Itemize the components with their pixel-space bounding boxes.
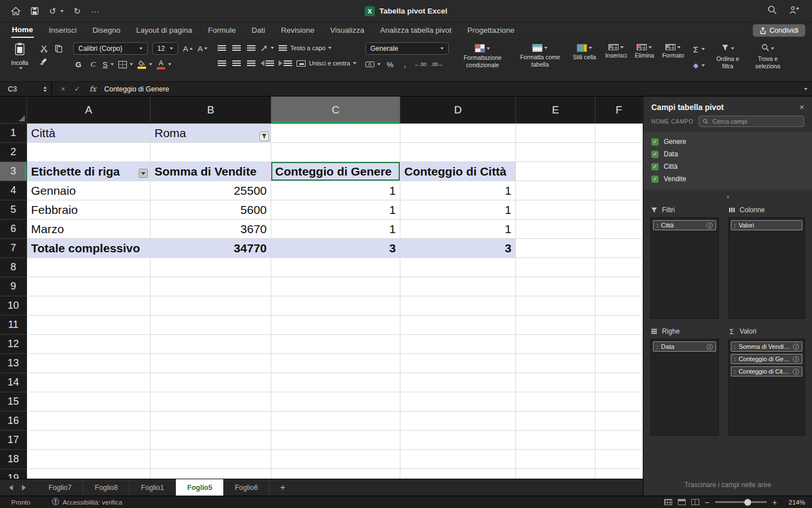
cell-B5[interactable]: 5600 — [151, 200, 271, 220]
cell-F19[interactable] — [595, 469, 643, 479]
cell-B3[interactable]: Somma di Vendite — [151, 162, 271, 181]
cell-B17[interactable] — [151, 431, 271, 450]
cell-F15[interactable] — [595, 392, 643, 411]
fx-icon[interactable]: fx — [90, 85, 96, 93]
tab-progettazione[interactable]: Progettazione — [467, 24, 515, 37]
cell-D14[interactable] — [400, 373, 516, 392]
cell-D3[interactable]: Conteggio di Città — [400, 162, 516, 181]
cell-D13[interactable] — [400, 354, 516, 373]
cell-B2[interactable] — [151, 143, 271, 162]
cell-B4[interactable]: 25500 — [151, 181, 271, 200]
row-header-11[interactable]: 11 — [0, 316, 27, 335]
info-icon[interactable]: i — [707, 222, 713, 229]
cell-C17[interactable] — [271, 431, 400, 450]
row-header-17[interactable]: 17 — [0, 431, 27, 450]
cell-D16[interactable] — [400, 411, 516, 431]
cell-D2[interactable] — [400, 143, 516, 162]
row-header-6[interactable]: 6 — [0, 220, 27, 239]
align-top-icon[interactable] — [217, 42, 227, 54]
cell-B1[interactable]: Roma — [151, 124, 271, 143]
cell-D8[interactable] — [400, 258, 516, 277]
checkbox-genere[interactable]: ✓ — [651, 138, 659, 146]
cell-B12[interactable] — [151, 335, 271, 354]
row-header-5[interactable]: 5 — [0, 200, 27, 220]
cell-C4[interactable]: 1 — [271, 181, 400, 200]
cell-C7[interactable]: 3 — [271, 239, 400, 258]
cell-F9[interactable] — [595, 277, 643, 296]
add-sheet-button[interactable]: + — [280, 482, 285, 493]
decrease-decimal-icon[interactable]: .00→ — [431, 59, 443, 70]
cell-E5[interactable] — [516, 200, 595, 220]
percent-style-icon[interactable]: % — [385, 59, 395, 70]
cell-E3[interactable] — [516, 162, 595, 181]
accessibility-status[interactable]: Accessibilità: verifica — [52, 498, 122, 506]
insert-cells-button[interactable]: Inserisci — [605, 44, 627, 59]
row-header-3[interactable]: 3 — [0, 162, 27, 181]
cell-E9[interactable] — [516, 277, 595, 296]
sheet-tab-foglio6[interactable]: Foglio6 — [223, 479, 270, 496]
field-item-citt-[interactable]: ✓Città — [643, 160, 812, 173]
cell-F1[interactable] — [595, 124, 643, 143]
zoom-level[interactable]: 214% — [783, 499, 805, 506]
cell-A10[interactable] — [27, 296, 151, 316]
decrease-font-icon[interactable]: A — [197, 43, 208, 54]
cell-A1[interactable]: Città — [27, 124, 151, 143]
cell-A17[interactable] — [27, 431, 151, 450]
italic-button[interactable]: C — [88, 59, 98, 70]
accounting-format-icon[interactable] — [365, 59, 381, 70]
row-header-9[interactable]: 9 — [0, 277, 27, 296]
tab-formule[interactable]: Formule — [208, 24, 237, 37]
cell-D6[interactable]: 1 — [400, 220, 516, 239]
cell-B19[interactable] — [151, 469, 271, 479]
comma-style-icon[interactable]: , — [400, 59, 410, 70]
format-cells-button[interactable]: Formato — [662, 44, 684, 59]
format-as-table-button[interactable]: Formatta come tabella — [515, 44, 565, 68]
merge-center-button[interactable]: Unisci e centra — [297, 58, 356, 69]
checkbox-data[interactable]: ✓ — [651, 151, 659, 158]
info-icon[interactable]: i — [707, 344, 713, 350]
more-icon[interactable]: ··· — [91, 6, 99, 16]
sheet-nav-right-icon[interactable] — [22, 485, 26, 491]
cell-B7[interactable]: 34770 — [151, 239, 271, 258]
sort-filter-button[interactable]: Ordina e filtra — [713, 43, 743, 69]
cell-D9[interactable] — [400, 277, 516, 296]
cell-C1[interactable] — [271, 124, 400, 143]
cell-E8[interactable] — [516, 258, 595, 277]
cell-F8[interactable] — [595, 258, 643, 277]
column-header-A[interactable]: A — [27, 97, 151, 124]
cell-C16[interactable] — [271, 411, 400, 431]
cell-E17[interactable] — [516, 431, 595, 450]
cell-A2[interactable] — [27, 143, 151, 162]
redo-icon[interactable]: ↻ — [74, 6, 81, 16]
cell-C3[interactable]: Conteggio di Genere — [271, 162, 400, 181]
cancel-icon[interactable]: × — [61, 85, 65, 93]
cell-F6[interactable] — [595, 220, 643, 239]
tab-layout-di-pagina[interactable]: Layout di pagina — [136, 24, 193, 37]
column-header-B[interactable]: B — [151, 97, 271, 124]
column-header-E[interactable]: E — [516, 97, 595, 124]
field-pill-valori[interactable]: :Valori — [731, 220, 802, 230]
sheet-tab-foglio7[interactable]: Foglio7 — [37, 479, 83, 496]
cell-D18[interactable] — [400, 450, 516, 469]
cell-A12[interactable] — [27, 335, 151, 354]
area-box-righe[interactable]: :Datai — [650, 339, 719, 436]
cell-A3[interactable]: Etichette di riga — [27, 162, 151, 181]
row-header-10[interactable]: 10 — [0, 296, 27, 316]
cell-A7[interactable]: Totale complessivo — [27, 239, 151, 258]
cell-B9[interactable] — [151, 277, 271, 296]
cell-B18[interactable] — [151, 450, 271, 469]
cell-B13[interactable] — [151, 354, 271, 373]
page-break-view-icon[interactable] — [691, 499, 699, 505]
tab-inserisci[interactable]: Inserisci — [48, 24, 78, 37]
cell-A18[interactable] — [27, 450, 151, 469]
font-color-button[interactable]: A — [157, 59, 171, 70]
cell-E16[interactable] — [516, 411, 595, 431]
column-header-D[interactable]: D — [400, 97, 516, 124]
cell-E19[interactable] — [516, 469, 595, 479]
cell-D19[interactable] — [400, 469, 516, 479]
zoom-slider[interactable] — [715, 499, 767, 506]
field-item-data[interactable]: ✓Data — [643, 148, 812, 160]
save-icon[interactable] — [30, 7, 39, 15]
cell-C9[interactable] — [271, 277, 400, 296]
row-header-7[interactable]: 7 — [0, 239, 27, 258]
